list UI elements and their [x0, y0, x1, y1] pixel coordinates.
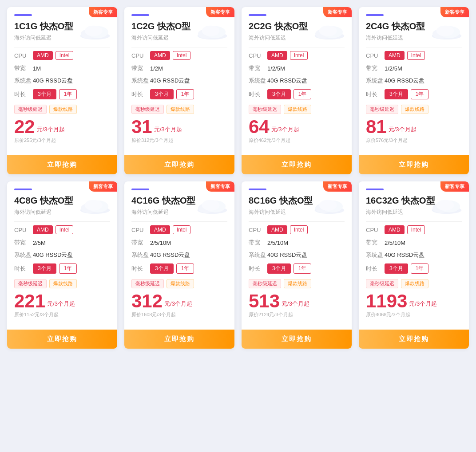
dur-btn-1年[interactable]: 1年	[59, 89, 77, 99]
disk-row: 系统盘 40G RSSD云盘	[366, 77, 462, 85]
tag-millisecond: 毫秒级延迟	[249, 279, 281, 288]
cpu-row: CPU AMDIntel	[14, 51, 110, 60]
disk-row: 系统盘 40G RSSD云盘	[249, 77, 345, 85]
disk-value: 40G RSSD云盘	[150, 251, 190, 259]
duration-label: 时长	[14, 90, 33, 98]
dur-btn-3个月[interactable]: 3个月	[33, 263, 56, 274]
dur-btn-1年[interactable]: 1年	[176, 89, 194, 99]
cpu-options: AMDIntel	[150, 51, 190, 60]
bandwidth-label: 带宽	[131, 239, 150, 247]
dur-btn-3个月[interactable]: 3个月	[385, 263, 408, 274]
duration-row: 时长 3个月1年	[14, 89, 110, 99]
price-section: 22 元/3个月起	[14, 118, 110, 136]
disk-value: 40G RSSD云盘	[385, 251, 424, 259]
price-unit: 元/3个月起	[47, 300, 75, 308]
cpu-btn-amd[interactable]: AMD	[150, 225, 170, 234]
cpu-btn-amd[interactable]: AMD	[267, 51, 287, 60]
dur-btn-3个月[interactable]: 3个月	[150, 89, 174, 99]
price-original: 原价462元/3个月起	[249, 137, 345, 144]
price-section: 513 元/3个月起	[249, 292, 345, 311]
tag-hot-line: 爆款线路	[49, 279, 77, 288]
tag-hot-line: 爆款线路	[49, 105, 77, 114]
cpu-btn-amd[interactable]: AMD	[33, 51, 53, 60]
price-main: 22	[14, 118, 35, 136]
cpu-btn-intel[interactable]: Intel	[56, 51, 74, 60]
price-main: 513	[249, 292, 280, 311]
top-accent	[249, 14, 266, 16]
cpu-btn-intel[interactable]: Intel	[173, 51, 191, 60]
duration-row: 时长 3个月1年	[131, 89, 227, 99]
dur-btn-3个月[interactable]: 3个月	[150, 263, 174, 274]
svg-point-11	[319, 26, 337, 36]
svg-point-23	[202, 200, 220, 211]
duration-options: 3个月1年	[150, 263, 194, 274]
dur-btn-3个月[interactable]: 3个月	[267, 89, 291, 99]
dur-btn-3个月[interactable]: 3个月	[385, 89, 408, 99]
cpu-btn-intel[interactable]: Intel	[407, 225, 425, 234]
duration-row: 时长 3个月1年	[14, 263, 110, 274]
bandwidth-label: 带宽	[249, 239, 267, 247]
cpu-btn-intel[interactable]: Intel	[56, 225, 74, 234]
dur-btn-1年[interactable]: 1年	[59, 263, 77, 274]
tag-group: 毫秒级延迟 爆款线路	[131, 105, 227, 114]
cpu-btn-intel[interactable]: Intel	[173, 225, 191, 234]
dur-btn-3个月[interactable]: 3个月	[33, 89, 56, 99]
cpu-row: CPU AMDIntel	[14, 225, 110, 234]
duration-row: 时长 3个月1年	[366, 89, 462, 99]
svg-point-31	[436, 200, 454, 211]
buy-button[interactable]: 立即抢购	[124, 330, 234, 349]
buy-button[interactable]: 立即抢购	[7, 155, 117, 174]
bandwidth-row: 带宽 1/2/5M	[249, 64, 345, 72]
product-card-2c2g: 新客专享 2C2G 快杰O型 海外访问低延迟 CPU AMDIntel 带宽 1…	[242, 7, 352, 174]
cpu-btn-amd[interactable]: AMD	[385, 51, 405, 60]
bandwidth-value: 1M	[33, 65, 41, 72]
dur-btn-1年[interactable]: 1年	[411, 89, 429, 99]
bandwidth-row: 带宽 1M	[14, 64, 110, 72]
dur-btn-1年[interactable]: 1年	[294, 89, 312, 99]
cpu-btn-amd[interactable]: AMD	[267, 225, 287, 234]
cpu-btn-intel[interactable]: Intel	[290, 225, 308, 234]
buy-button[interactable]: 立即抢购	[242, 155, 352, 174]
tag-hot-line: 爆款线路	[167, 105, 194, 114]
buy-button[interactable]: 立即抢购	[124, 155, 234, 174]
cpu-btn-amd[interactable]: AMD	[150, 51, 170, 60]
price-section: 31 元/3个月起	[131, 118, 227, 136]
cpu-btn-amd[interactable]: AMD	[33, 225, 53, 234]
duration-row: 时长 3个月1年	[131, 263, 227, 274]
new-badge: 新客专享	[89, 7, 117, 17]
cpu-btn-amd[interactable]: AMD	[385, 225, 405, 234]
price-section: 1193 元/3个月起	[366, 292, 462, 311]
dur-btn-3个月[interactable]: 3个月	[267, 263, 291, 274]
buy-button[interactable]: 立即抢购	[359, 330, 469, 349]
cpu-label: CPU	[366, 227, 385, 233]
duration-row: 时长 3个月1年	[249, 263, 345, 274]
duration-options: 3个月1年	[267, 89, 311, 99]
price-section: 81 元/3个月起	[366, 118, 462, 136]
price-unit: 元/3个月起	[37, 126, 65, 134]
disk-value: 40G RSSD云盘	[267, 77, 307, 85]
top-accent	[14, 189, 32, 190]
duration-options: 3个月1年	[267, 263, 311, 274]
dur-btn-1年[interactable]: 1年	[176, 263, 194, 274]
buy-button[interactable]: 立即抢购	[242, 330, 352, 349]
disk-value: 40G RSSD云盘	[150, 77, 190, 85]
price-original: 原价576元/3个月起	[366, 137, 462, 144]
tag-hot-line: 爆款线路	[401, 279, 428, 288]
bandwidth-row: 带宽 2/5/10M	[131, 239, 227, 247]
duration-label: 时长	[131, 265, 150, 273]
price-section: 312 元/3个月起	[131, 292, 227, 311]
cpu-btn-intel[interactable]: Intel	[407, 51, 425, 60]
disk-row: 系统盘 40G RSSD云盘	[249, 251, 345, 259]
buy-button[interactable]: 立即抢购	[359, 155, 469, 174]
buy-button[interactable]: 立即抢购	[7, 330, 117, 349]
bandwidth-label: 带宽	[249, 64, 267, 72]
dur-btn-1年[interactable]: 1年	[294, 263, 312, 274]
dur-btn-1年[interactable]: 1年	[411, 263, 429, 274]
tag-group: 毫秒级延迟 爆款线路	[14, 105, 110, 114]
cpu-btn-intel[interactable]: Intel	[290, 51, 308, 60]
new-badge: 新客专享	[323, 7, 352, 17]
tag-group: 毫秒级延迟 爆款线路	[249, 279, 345, 288]
cpu-row: CPU AMDIntel	[131, 51, 227, 60]
disk-label: 系统盘	[131, 77, 150, 85]
tag-millisecond: 毫秒级延迟	[131, 105, 164, 114]
